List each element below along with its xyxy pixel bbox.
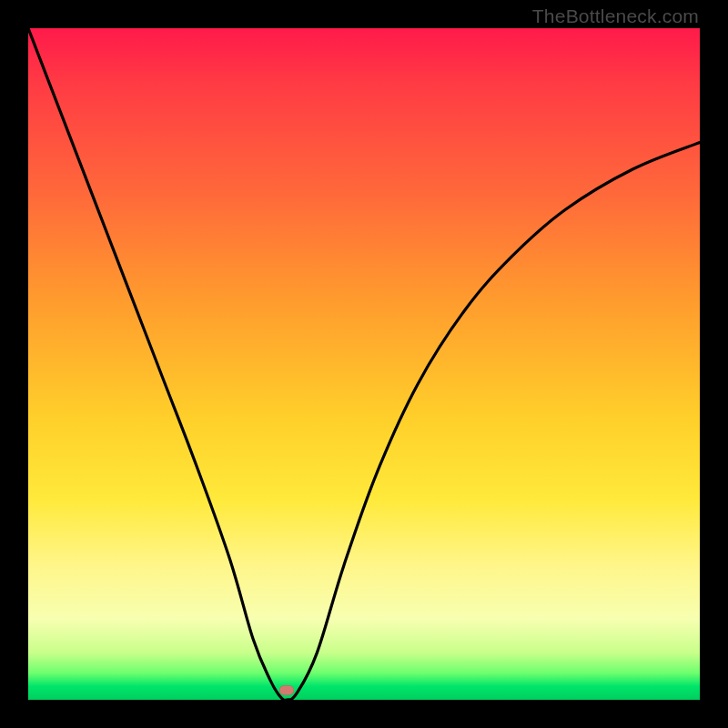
attribution-label: TheBottleneck.com: [532, 5, 699, 27]
plot-area: [28, 28, 700, 700]
optimal-point-marker: [279, 685, 294, 695]
chart-stage: TheBottleneck.com: [0, 0, 728, 728]
curve-svg: [28, 28, 700, 700]
bottleneck-curve-path: [28, 28, 700, 700]
